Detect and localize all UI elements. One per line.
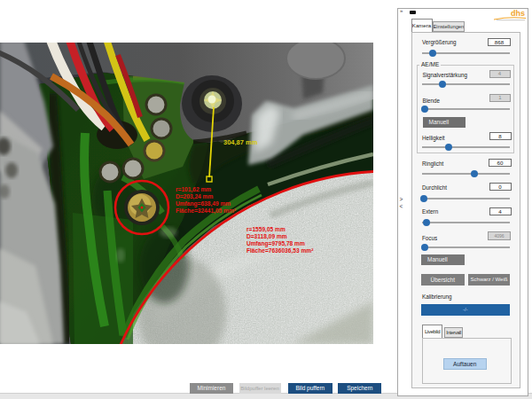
svg-text:Umfang=9795,78 mm: Umfang=9795,78 mm xyxy=(246,240,305,247)
svg-text:Fläche=32441,05 mm²: Fläche=32441,05 mm² xyxy=(176,207,237,215)
svg-text:304,87 mm: 304,87 mm xyxy=(223,138,258,146)
svg-text:r=101,62 mm: r=101,62 mm xyxy=(176,186,211,193)
svg-text:r=1559,05 mm: r=1559,05 mm xyxy=(246,226,286,233)
svg-text:Umfang=638,49 mm: Umfang=638,49 mm xyxy=(176,200,231,207)
svg-text:Fläche=7636036,53 mm²: Fläche=7636036,53 mm² xyxy=(246,247,314,254)
svg-text:D=203,24 mm: D=203,24 mm xyxy=(176,193,213,200)
svg-text:D=3118,09 mm: D=3118,09 mm xyxy=(246,233,287,240)
